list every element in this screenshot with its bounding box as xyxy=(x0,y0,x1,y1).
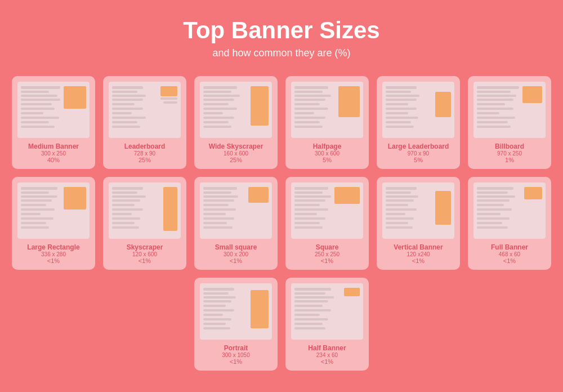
banner-card-vertical-banner: Vertical Banner120 x240<1% xyxy=(377,177,460,270)
banner-preview-large-leaderboard xyxy=(382,82,454,138)
banner-grid-row2: Large Rectangle336 x 280<1%Skyscraper120… xyxy=(12,177,551,270)
banner-label-halfpage: Halfpage300 x 6005% xyxy=(313,142,342,163)
banner-pct-vertical-banner: <1% xyxy=(394,257,443,264)
banner-pct-square: <1% xyxy=(315,257,339,264)
banner-name-portrait: Portrait xyxy=(222,344,250,352)
banner-size-square: 250 x 250 xyxy=(315,251,339,257)
banner-pct-skyscraper: <1% xyxy=(127,257,163,264)
banner-preview-portrait xyxy=(200,283,272,340)
banner-preview-billboard xyxy=(473,82,546,138)
banner-pct-large-leaderboard: 5% xyxy=(388,157,449,163)
banner-label-half-banner: Half Banner234 x 60<1% xyxy=(308,344,346,365)
banner-name-skyscraper: Skyscraper xyxy=(127,243,163,251)
banner-name-square: Square xyxy=(315,243,339,251)
page-title: Top Banner Sizes xyxy=(183,17,379,44)
banner-size-vertical-banner: 120 x240 xyxy=(394,251,443,257)
banner-label-large-rectangle: Large Rectangle336 x 280<1% xyxy=(27,243,79,264)
page-subtitle: and how common they are (%) xyxy=(212,47,350,59)
banner-label-portrait: Portrait300 x 1050<1% xyxy=(222,344,250,365)
banner-grid-row3: Portrait300 x 1050<1%Half Banner234 x 60… xyxy=(194,278,369,371)
banner-size-full-banner: 468 x 60 xyxy=(491,251,528,257)
banner-size-skyscraper: 120 x 600 xyxy=(127,251,163,257)
banner-pct-portrait: <1% xyxy=(222,358,250,365)
banner-name-wide-skyscraper: Wide Skyscraper xyxy=(209,142,263,150)
banner-preview-halfpage xyxy=(291,82,363,138)
banner-size-wide-skyscraper: 160 x 600 xyxy=(209,150,263,157)
banner-pct-medium-banner: 40% xyxy=(28,157,79,163)
banner-pct-half-banner: <1% xyxy=(308,358,346,365)
banner-size-billboard: 970 x 250 xyxy=(495,150,524,157)
banner-name-halfpage: Halfpage xyxy=(313,142,342,150)
banner-pct-leaderboard: 25% xyxy=(124,157,166,163)
banner-label-wide-skyscraper: Wide Skyscraper160 x 60025% xyxy=(209,142,263,163)
banner-card-medium-banner: Medium Banner300 x 25040% xyxy=(12,76,95,169)
banner-pct-full-banner: <1% xyxy=(491,257,528,264)
banner-card-portrait: Portrait300 x 1050<1% xyxy=(194,278,278,371)
banner-card-large-leaderboard: Large Leaderboard970 x 905% xyxy=(377,76,460,169)
banner-name-vertical-banner: Vertical Banner xyxy=(394,243,443,251)
banner-size-halfpage: 300 x 600 xyxy=(313,150,342,157)
banner-pct-billboard: 1% xyxy=(495,157,524,163)
banner-preview-full-banner xyxy=(473,182,546,239)
banner-name-medium-banner: Medium Banner xyxy=(28,142,79,150)
banner-size-medium-banner: 300 x 250 xyxy=(28,150,79,157)
banner-preview-vertical-banner xyxy=(382,182,454,239)
banner-pct-large-rectangle: <1% xyxy=(27,257,79,264)
banner-preview-small-square xyxy=(200,182,272,239)
banner-size-leaderboard: 728 x 90 xyxy=(124,150,166,157)
banner-label-leaderboard: Leaderboard728 x 9025% xyxy=(124,142,166,163)
banner-card-wide-skyscraper: Wide Skyscraper160 x 60025% xyxy=(194,76,278,169)
banner-name-large-leaderboard: Large Leaderboard xyxy=(388,142,449,150)
banner-grid-row1: Medium Banner300 x 25040%Leaderboard728 … xyxy=(12,76,551,169)
banner-size-portrait: 300 x 1050 xyxy=(222,352,250,358)
banner-size-small-square: 300 x 200 xyxy=(215,251,257,257)
banner-card-full-banner: Full Banner468 x 60<1% xyxy=(468,177,551,270)
banner-label-square: Square250 x 250<1% xyxy=(315,243,339,264)
banner-name-small-square: Small square xyxy=(215,243,257,251)
banner-card-skyscraper: Skyscraper120 x 600<1% xyxy=(103,177,186,270)
banner-card-leaderboard: Leaderboard728 x 9025% xyxy=(103,76,186,169)
banner-name-large-rectangle: Large Rectangle xyxy=(27,243,79,251)
banner-pct-small-square: <1% xyxy=(215,257,257,264)
banner-name-leaderboard: Leaderboard xyxy=(124,142,166,150)
banner-size-large-leaderboard: 970 x 90 xyxy=(388,150,449,157)
banner-card-square: Square250 x 250<1% xyxy=(285,177,369,270)
banner-preview-skyscraper xyxy=(109,182,181,239)
banner-name-full-banner: Full Banner xyxy=(491,243,528,251)
banner-label-medium-banner: Medium Banner300 x 25040% xyxy=(28,142,79,163)
banner-preview-half-banner xyxy=(291,283,363,340)
banner-pct-halfpage: 5% xyxy=(313,157,342,163)
banner-card-large-rectangle: Large Rectangle336 x 280<1% xyxy=(12,177,95,270)
banner-label-small-square: Small square300 x 200<1% xyxy=(215,243,257,264)
banner-name-half-banner: Half Banner xyxy=(308,344,346,352)
banner-card-small-square: Small square300 x 200<1% xyxy=(194,177,278,270)
banner-card-halfpage: Halfpage300 x 6005% xyxy=(285,76,369,169)
banner-label-billboard: Billboard970 x 2501% xyxy=(495,142,524,163)
banner-preview-large-rectangle xyxy=(17,182,90,239)
banner-preview-wide-skyscraper xyxy=(200,82,272,138)
banner-label-skyscraper: Skyscraper120 x 600<1% xyxy=(127,243,163,264)
banner-label-full-banner: Full Banner468 x 60<1% xyxy=(491,243,528,264)
banner-preview-square xyxy=(291,182,363,239)
banner-name-billboard: Billboard xyxy=(495,142,524,150)
banner-pct-wide-skyscraper: 25% xyxy=(209,157,263,163)
banner-size-large-rectangle: 336 x 280 xyxy=(27,251,79,257)
banner-preview-medium-banner xyxy=(17,82,90,138)
banner-size-half-banner: 234 x 60 xyxy=(308,352,346,358)
banner-card-billboard: Billboard970 x 2501% xyxy=(468,76,551,169)
banner-label-large-leaderboard: Large Leaderboard970 x 905% xyxy=(388,142,449,163)
banner-preview-leaderboard xyxy=(109,82,181,138)
banner-label-vertical-banner: Vertical Banner120 x240<1% xyxy=(394,243,443,264)
banner-card-half-banner: Half Banner234 x 60<1% xyxy=(285,278,369,371)
